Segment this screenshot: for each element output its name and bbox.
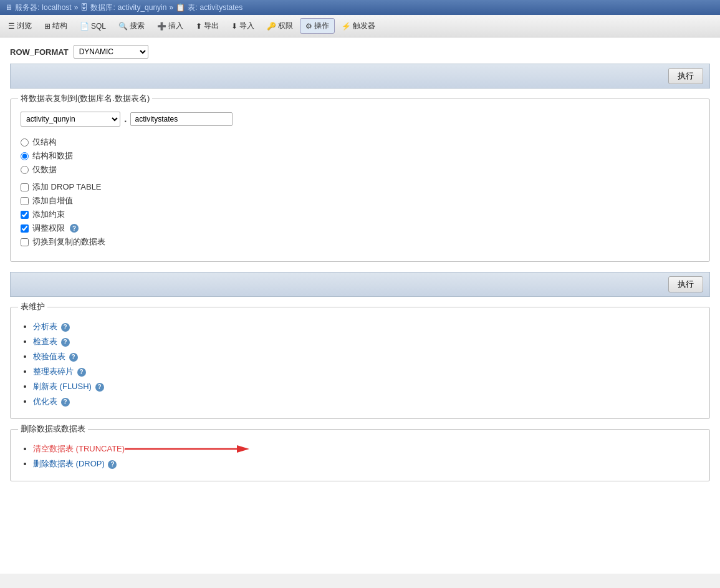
checkbox-adjust-privileges[interactable]: 调整权限 ? xyxy=(21,223,699,234)
structure-label: 结构 xyxy=(52,21,67,31)
tab-import[interactable]: ⬇ 导入 xyxy=(226,18,260,34)
list-item-truncate: 清空数据表 (TRUNCATE) xyxy=(33,443,699,455)
checkbox-adjust-privileges-input[interactable] xyxy=(21,224,29,233)
tab-browse[interactable]: ☰ 浏览 xyxy=(2,18,37,34)
browse-icon: ☰ xyxy=(8,22,15,31)
title-bar: 🖥 服务器: localhost » 🗄 数据库: activity_qunyi… xyxy=(0,0,720,15)
delete-section-title: 删除数据或数据表 xyxy=(18,423,88,435)
checkbox-add-constraints-label: 添加约束 xyxy=(32,209,65,220)
radio-data-only[interactable]: 仅数据 xyxy=(21,164,699,175)
tab-structure[interactable]: ⊞ 结构 xyxy=(39,18,73,34)
optimize-table-link[interactable]: 优化表 xyxy=(33,397,57,406)
checkbox-switch[interactable]: 切换到复制的数据表 xyxy=(21,236,699,248)
tab-search[interactable]: 🔍 搜索 xyxy=(113,18,150,34)
list-item: 校验值表 ? xyxy=(33,351,699,362)
tab-export[interactable]: ⬆ 导出 xyxy=(190,18,224,34)
copy-section-title: 将数据表复制到(数据库名.数据表名) xyxy=(18,93,152,104)
copy-table-input[interactable] xyxy=(130,112,233,126)
delete-section: 删除数据或数据表 清空数据表 (TRUNCATE) 删除数据表 (DROP) ? xyxy=(10,429,710,481)
main-content: ROW_FORMAT DYNAMIC COMPACT REDUNDANT COM… xyxy=(0,37,720,574)
checkbox-auto-increment[interactable]: 添加自增值 xyxy=(21,195,699,206)
radio-structure-data-input[interactable] xyxy=(21,152,29,160)
tab-insert[interactable]: ➕ 插入 xyxy=(151,18,189,34)
radio-structure-only-label: 仅结构 xyxy=(32,137,57,148)
copy-to-row: activity_qunyin . xyxy=(21,112,699,127)
checkbox-drop-table-label: 添加 DROP TABLE xyxy=(32,181,102,193)
export-label: 导出 xyxy=(204,21,219,31)
import-icon: ⬇ xyxy=(231,22,238,31)
optimize-help-icon[interactable]: ? xyxy=(61,398,70,407)
check-help-icon[interactable]: ? xyxy=(61,338,70,347)
execute-button-bottom[interactable]: 执行 xyxy=(668,276,703,292)
svg-marker-1 xyxy=(237,445,249,453)
execute-bar-bottom: 执行 xyxy=(10,272,710,297)
operations-label: 操作 xyxy=(314,21,329,31)
truncate-arrow-container: 清空数据表 (TRUNCATE) xyxy=(33,443,125,455)
dot-separator: . xyxy=(124,113,127,125)
radio-structure-and-data[interactable]: 结构和数据 xyxy=(21,150,699,161)
drop-link[interactable]: 删除数据表 (DROP) xyxy=(33,459,105,468)
maintenance-section-title: 表维护 xyxy=(18,301,47,312)
flush-help-icon[interactable]: ? xyxy=(95,383,104,392)
defrag-table-link[interactable]: 整理表碎片 xyxy=(33,367,74,376)
title-server-icon: 🖥 xyxy=(5,3,12,12)
radio-structure-data-label: 结构和数据 xyxy=(32,150,73,161)
sql-icon: 📄 xyxy=(80,22,89,31)
insert-label: 插入 xyxy=(168,21,183,31)
execute-bar-top: 执行 xyxy=(10,64,710,89)
checkbox-switch-input[interactable] xyxy=(21,238,29,246)
radio-structure-only[interactable]: 仅结构 xyxy=(21,137,699,148)
list-item: 优化表 ? xyxy=(33,396,699,407)
list-item: 整理表碎片 ? xyxy=(33,366,699,377)
execute-button-top[interactable]: 执行 xyxy=(668,68,703,84)
radio-data-only-label: 仅数据 xyxy=(32,164,57,175)
insert-icon: ➕ xyxy=(157,22,166,31)
checksum-table-link[interactable]: 校验值表 xyxy=(33,352,65,361)
copy-section: 将数据表复制到(数据库名.数据表名) activity_qunyin . 仅结构… xyxy=(10,99,710,262)
radio-structure-only-input[interactable] xyxy=(21,138,29,147)
delete-list: 清空数据表 (TRUNCATE) 删除数据表 (DROP) ? xyxy=(33,443,699,470)
list-item: 检查表 ? xyxy=(33,336,699,347)
tab-operations[interactable]: ⚙ 操作 xyxy=(300,18,335,34)
checkbox-adjust-privileges-label: 调整权限 xyxy=(32,223,65,234)
defrag-help-icon[interactable]: ? xyxy=(77,368,86,377)
radio-data-only-input[interactable] xyxy=(21,166,29,174)
structure-icon: ⊞ xyxy=(44,22,50,31)
checkbox-add-constraints-input[interactable] xyxy=(21,211,29,219)
radio-group: 仅结构 结构和数据 仅数据 xyxy=(21,137,699,175)
checkbox-switch-label: 切换到复制的数据表 xyxy=(32,236,105,248)
check-table-link[interactable]: 检查表 xyxy=(33,337,57,346)
title-db-icon: 🗄 xyxy=(80,3,88,12)
title-server-value: localhost xyxy=(42,3,71,12)
truncate-link[interactable]: 清空数据表 (TRUNCATE) xyxy=(33,444,125,453)
list-item-drop: 删除数据表 (DROP) ? xyxy=(33,458,699,470)
checkbox-drop-table-input[interactable] xyxy=(21,183,29,191)
maintenance-section: 表维护 分析表 ? 检查表 ? 校验值表 ? 整理表碎片 ? 刷新表 (FLUS… xyxy=(10,307,710,419)
export-icon: ⬆ xyxy=(196,22,202,31)
triggers-icon: ⚡ xyxy=(342,22,351,31)
tab-triggers[interactable]: ⚡ 触发器 xyxy=(336,18,381,34)
analyze-table-link[interactable]: 分析表 xyxy=(33,322,57,331)
privileges-label: 权限 xyxy=(278,21,293,31)
flush-table-link[interactable]: 刷新表 (FLUSH) xyxy=(33,382,92,391)
checkbox-auto-increment-input[interactable] xyxy=(21,197,29,205)
title-sep2: » xyxy=(169,3,173,12)
title-db-label: 数据库: xyxy=(90,2,115,13)
tab-sql[interactable]: 📄 SQL xyxy=(74,19,112,33)
operations-icon: ⚙ xyxy=(305,22,312,31)
checkbox-auto-increment-label: 添加自增值 xyxy=(32,195,73,206)
copy-db-select[interactable]: activity_qunyin xyxy=(21,112,120,127)
checkbox-drop-table[interactable]: 添加 DROP TABLE xyxy=(21,181,699,193)
checkbox-add-constraints[interactable]: 添加约束 xyxy=(21,209,699,220)
adjust-privileges-help-icon[interactable]: ? xyxy=(70,224,79,233)
row-format-row: ROW_FORMAT DYNAMIC COMPACT REDUNDANT COM… xyxy=(10,45,710,59)
list-item: 刷新表 (FLUSH) ? xyxy=(33,381,699,392)
tab-privileges[interactable]: 🔑 权限 xyxy=(261,18,299,34)
analyze-help-icon[interactable]: ? xyxy=(61,323,70,332)
drop-help-icon[interactable]: ? xyxy=(108,460,117,469)
row-format-select[interactable]: DYNAMIC COMPACT REDUNDANT COMPRESSED xyxy=(74,45,148,59)
title-table-value: activitystates xyxy=(200,3,243,12)
checkbox-group: 添加 DROP TABLE 添加自增值 添加约束 调整权限 ? 切换到复制的数据… xyxy=(21,181,699,248)
checksum-help-icon[interactable]: ? xyxy=(69,353,78,362)
row-format-label: ROW_FORMAT xyxy=(10,47,69,57)
